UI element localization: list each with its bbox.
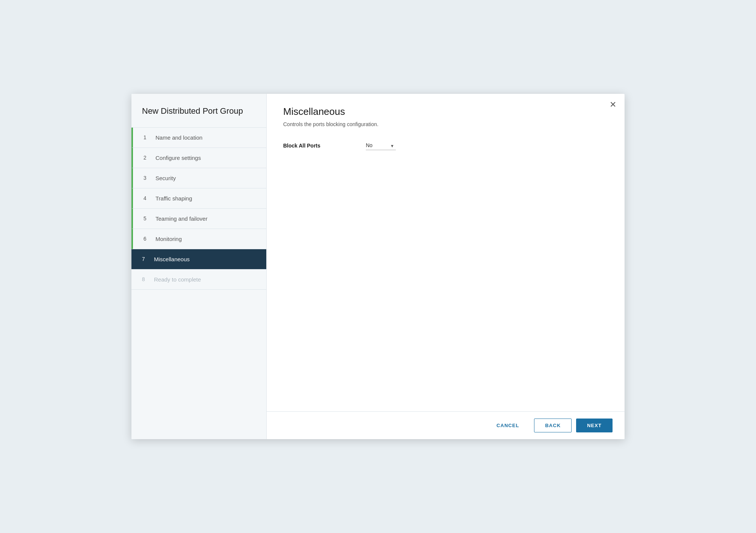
step-num-5: 5 [143, 215, 150, 221]
sidebar-item-security[interactable]: 3 Security [131, 168, 266, 188]
step-num-6: 6 [143, 236, 150, 242]
close-icon: ✕ [610, 100, 616, 109]
sidebar-item-miscellaneous[interactable]: 7 Miscellaneous [131, 249, 266, 270]
sidebar-nav: 1 Name and location 2 Configure settings… [131, 128, 266, 290]
page-title: Miscellaneous [283, 106, 608, 117]
step-num-8: 8 [142, 276, 149, 282]
sidebar-item-label-1: Name and location [155, 134, 202, 141]
sidebar-item-configure-settings[interactable]: 2 Configure settings [131, 148, 266, 168]
page-subtitle: Controls the ports blocking configuratio… [283, 121, 608, 127]
step-num-7: 7 [142, 256, 149, 262]
step-num-4: 4 [143, 195, 150, 201]
sidebar-item-label-5: Teaming and failover [155, 215, 207, 222]
sidebar-item-teaming-failover[interactable]: 5 Teaming and failover [131, 209, 266, 229]
close-button[interactable]: ✕ [610, 101, 616, 109]
step-num-2: 2 [143, 155, 150, 161]
sidebar-item-label-6: Monitoring [155, 236, 182, 242]
step-num-3: 3 [143, 175, 150, 181]
block-all-ports-dropdown-wrap: No Yes [366, 141, 396, 150]
sidebar-item-label-7: Miscellaneous [154, 256, 190, 262]
next-button[interactable]: NEXT [576, 419, 613, 432]
back-button[interactable]: BACK [534, 419, 572, 432]
block-all-ports-label: Block All Ports [283, 143, 366, 149]
block-all-ports-control: No Yes [366, 141, 396, 150]
sidebar: New Distributed Port Group 1 Name and lo… [131, 94, 267, 439]
block-all-ports-select[interactable]: No Yes [366, 141, 396, 150]
sidebar-item-label-4: Traffic shaping [155, 195, 192, 202]
dialog: New Distributed Port Group 1 Name and lo… [131, 94, 625, 439]
sidebar-title: New Distributed Port Group [131, 94, 266, 128]
sidebar-item-monitoring[interactable]: 6 Monitoring [131, 229, 266, 249]
sidebar-item-label-3: Security [155, 175, 176, 181]
sidebar-item-name-and-location[interactable]: 1 Name and location [131, 128, 266, 148]
dialog-body: New Distributed Port Group 1 Name and lo… [131, 94, 625, 439]
sidebar-item-label-2: Configure settings [155, 155, 201, 161]
dialog-footer: CANCEL BACK NEXT [267, 411, 625, 439]
sidebar-item-traffic-shaping[interactable]: 4 Traffic shaping [131, 188, 266, 209]
sidebar-item-ready-to-complete: 8 Ready to complete [131, 270, 266, 290]
main-content: ✕ Miscellaneous Controls the ports block… [267, 94, 625, 439]
step-num-1: 1 [143, 134, 150, 140]
sidebar-item-label-8: Ready to complete [154, 276, 201, 283]
block-all-ports-row: Block All Ports No Yes [283, 141, 608, 150]
cancel-button[interactable]: CANCEL [486, 419, 530, 432]
content-area: Miscellaneous Controls the ports blockin… [267, 94, 625, 411]
